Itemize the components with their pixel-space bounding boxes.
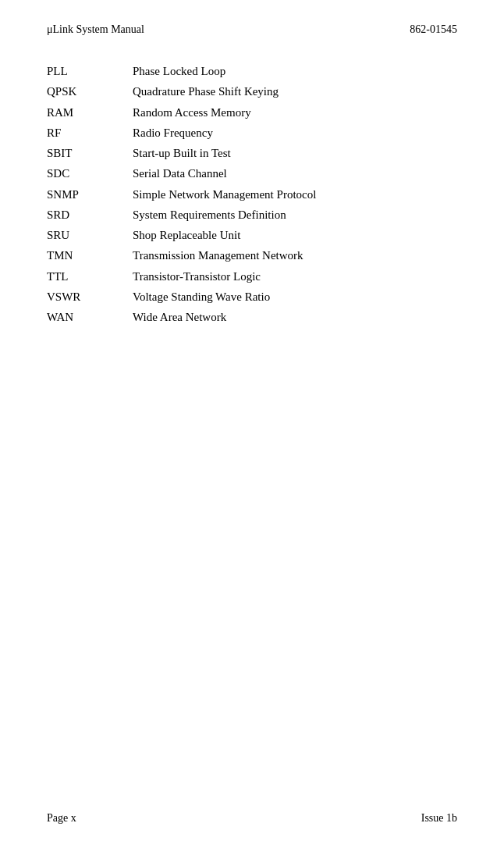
acronym-row: WANWide Area Network (47, 307, 457, 327)
page-footer: Page x Issue 1b (47, 812, 457, 825)
acronym-code: SBIT (47, 143, 133, 163)
acronym-code: TTL (47, 266, 133, 287)
acronym-definition: Phase Locked Loop (133, 61, 457, 81)
page-container: μLink System Manual 862-01545 PLLPhase L… (0, 0, 504, 848)
acronym-definition: Start-up Built in Test (133, 143, 457, 163)
header-doc-number: 862-01545 (410, 23, 457, 36)
acronym-row: RAMRandom Access Memory (47, 102, 457, 123)
acronym-code: PLL (47, 61, 133, 81)
acronym-row: RFRadio Frequency (47, 123, 457, 143)
acronym-code: SNMP (47, 184, 133, 205)
acronym-code: SDC (47, 163, 133, 183)
acronym-code: SRU (47, 225, 133, 245)
acronym-row: SBITStart-up Built in Test (47, 143, 457, 163)
acronym-definition: Shop Replaceable Unit (133, 225, 457, 245)
acronym-definition: Voltage Standing Wave Ratio (133, 287, 457, 307)
acronym-row: TTLTransistor-Transistor Logic (47, 266, 457, 287)
acronym-table: PLLPhase Locked LoopQPSKQuadrature Phase… (47, 61, 457, 327)
acronym-row: PLLPhase Locked Loop (47, 61, 457, 81)
acronym-definition: Transistor-Transistor Logic (133, 266, 457, 287)
acronym-row: SRUShop Replaceable Unit (47, 225, 457, 245)
acronym-definition: Quadrature Phase Shift Keying (133, 81, 457, 102)
acronym-code: TMN (47, 245, 133, 265)
header-title: μLink System Manual (47, 23, 144, 36)
acronym-code: VSWR (47, 287, 133, 307)
acronym-code: RF (47, 123, 133, 143)
acronym-definition: System Requirements Definition (133, 205, 457, 225)
acronym-row: SDCSerial Data Channel (47, 163, 457, 183)
acronym-definition: Simple Network Management Protocol (133, 184, 457, 205)
acronym-code: WAN (47, 307, 133, 327)
acronym-row: SRDSystem Requirements Definition (47, 205, 457, 225)
acronym-code: QPSK (47, 81, 133, 102)
footer-issue-label: Issue 1b (421, 812, 457, 825)
acronym-row: QPSKQuadrature Phase Shift Keying (47, 81, 457, 102)
acronym-code: SRD (47, 205, 133, 225)
acronym-definition: Serial Data Channel (133, 163, 457, 183)
acronym-definition: Random Access Memory (133, 102, 457, 123)
acronym-row: VSWRVoltage Standing Wave Ratio (47, 287, 457, 307)
acronym-definition: Wide Area Network (133, 307, 457, 327)
acronym-row: TMNTransmission Management Network (47, 245, 457, 265)
acronym-code: RAM (47, 102, 133, 123)
acronym-definition: Transmission Management Network (133, 245, 457, 265)
footer-page-label: Page x (47, 812, 76, 825)
page-header: μLink System Manual 862-01545 (47, 23, 457, 39)
acronym-definition: Radio Frequency (133, 123, 457, 143)
acronym-row: SNMPSimple Network Management Protocol (47, 184, 457, 205)
